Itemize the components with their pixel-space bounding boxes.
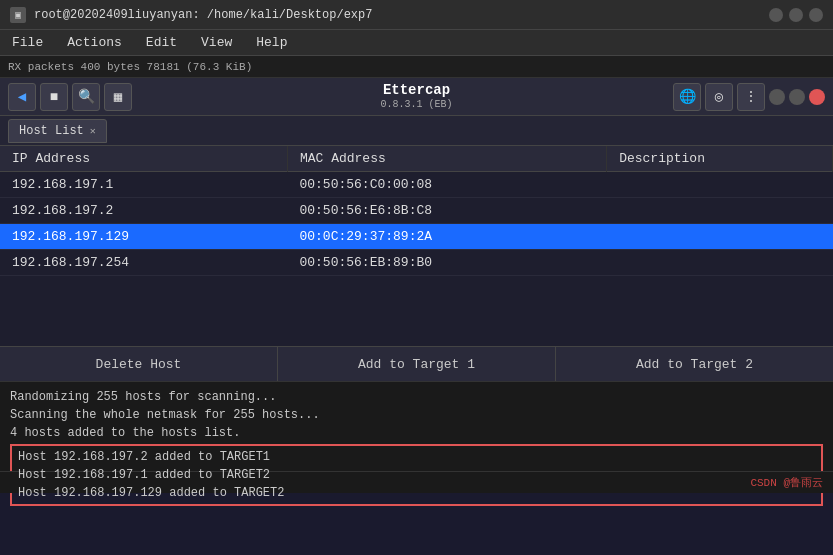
cell-mac: 00:50:56:EB:89:B0 [287, 250, 606, 276]
ettercap-close-btn[interactable] [809, 89, 825, 105]
watermark-text: CSDN @鲁雨云 [750, 475, 823, 490]
tab-close-icon[interactable]: ✕ [90, 125, 96, 137]
cell-ip: 192.168.197.2 [0, 198, 287, 224]
host-table: IP Address MAC Address Description 192.1… [0, 146, 833, 276]
table-row[interactable]: 192.168.197.200:50:56:E6:8B:C8 [0, 198, 833, 224]
menu-edit[interactable]: Edit [142, 33, 181, 52]
ettercap-toolbar: ◀ ■ 🔍 ▦ Ettercap 0.8.3.1 (EB) 🌐 ◎ ⋮ [0, 78, 833, 116]
cell-mac: 00:50:56:E6:8B:C8 [287, 198, 606, 224]
cell-ip: 192.168.197.129 [0, 224, 287, 250]
log-line-2: Scanning the whole netmask for 255 hosts… [10, 406, 823, 424]
toolbar-btn-back[interactable]: ◀ [8, 83, 36, 111]
tab-bar: Host List ✕ [0, 116, 833, 146]
menu-bar: File Actions Edit View Help [0, 30, 833, 56]
toolbar-right: 🌐 ◎ ⋮ [673, 83, 825, 111]
cell-mac: 00:0C:29:37:89:2A [287, 224, 606, 250]
cell-desc [607, 172, 833, 198]
menu-file[interactable]: File [8, 33, 47, 52]
cell-desc [607, 250, 833, 276]
ettercap-maximize-btn[interactable] [789, 89, 805, 105]
menu-help[interactable]: Help [252, 33, 291, 52]
table-header-row: IP Address MAC Address Description [0, 146, 833, 172]
table-empty-area [0, 276, 833, 346]
add-to-target1-button[interactable]: Add to Target 1 [278, 347, 556, 381]
table-row[interactable]: 192.168.197.12900:0C:29:37:89:2A [0, 224, 833, 250]
status-line: RX packets 400 bytes 78181 (76.3 KiB) [0, 56, 833, 78]
toolbar-btn-menu[interactable]: ⋮ [737, 83, 765, 111]
log-area: Randomizing 255 hosts for scanning... Sc… [0, 381, 833, 471]
col-mac-address: MAC Address [287, 146, 606, 172]
ettercap-title: Ettercap [380, 82, 452, 99]
toolbar-btn-globe[interactable]: 🌐 [673, 83, 701, 111]
tab-host-list[interactable]: Host List ✕ [8, 119, 107, 143]
log-line-1: Randomizing 255 hosts for scanning... [10, 388, 823, 406]
ettercap-minimize-btn[interactable] [769, 89, 785, 105]
status-text: RX packets 400 bytes 78181 (76.3 KiB) [8, 61, 252, 73]
menu-view[interactable]: View [197, 33, 236, 52]
cell-desc [607, 224, 833, 250]
ettercap-title-area: Ettercap 0.8.3.1 (EB) [380, 82, 452, 111]
delete-host-button[interactable]: Delete Host [0, 347, 278, 381]
cell-mac: 00:50:56:C0:00:08 [287, 172, 606, 198]
action-buttons: Delete Host Add to Target 1 Add to Targe… [0, 346, 833, 381]
log-line-3: 4 hosts added to the hosts list. [10, 424, 823, 442]
host-table-container: IP Address MAC Address Description 192.1… [0, 146, 833, 346]
toolbar-btn-search[interactable]: 🔍 [72, 83, 100, 111]
col-description: Description [607, 146, 833, 172]
toolbar-btn-stop[interactable]: ■ [40, 83, 68, 111]
terminal-icon: ▣ [10, 7, 26, 23]
wm-controls [769, 8, 823, 22]
add-to-target2-button[interactable]: Add to Target 2 [556, 347, 833, 381]
log-highlight-line-1: Host 192.168.197.2 added to TARGET1 [18, 448, 815, 466]
title-bar-left: ▣ root@20202409liuyanyan: /home/kali/Des… [10, 7, 372, 23]
maximize-button[interactable] [789, 8, 803, 22]
menu-actions[interactable]: Actions [63, 33, 126, 52]
tab-host-list-label: Host List [19, 124, 84, 138]
col-ip-address: IP Address [0, 146, 287, 172]
toolbar-btn-target[interactable]: ◎ [705, 83, 733, 111]
window-title: root@20202409liuyanyan: /home/kali/Deskt… [34, 8, 372, 22]
ettercap-version: 0.8.3.1 (EB) [380, 99, 452, 111]
title-bar: ▣ root@20202409liuyanyan: /home/kali/Des… [0, 0, 833, 30]
minimize-button[interactable] [769, 8, 783, 22]
close-button[interactable] [809, 8, 823, 22]
table-row[interactable]: 192.168.197.25400:50:56:EB:89:B0 [0, 250, 833, 276]
table-row[interactable]: 192.168.197.100:50:56:C0:00:08 [0, 172, 833, 198]
cell-desc [607, 198, 833, 224]
cell-ip: 192.168.197.1 [0, 172, 287, 198]
cell-ip: 192.168.197.254 [0, 250, 287, 276]
toolbar-btn-grid[interactable]: ▦ [104, 83, 132, 111]
